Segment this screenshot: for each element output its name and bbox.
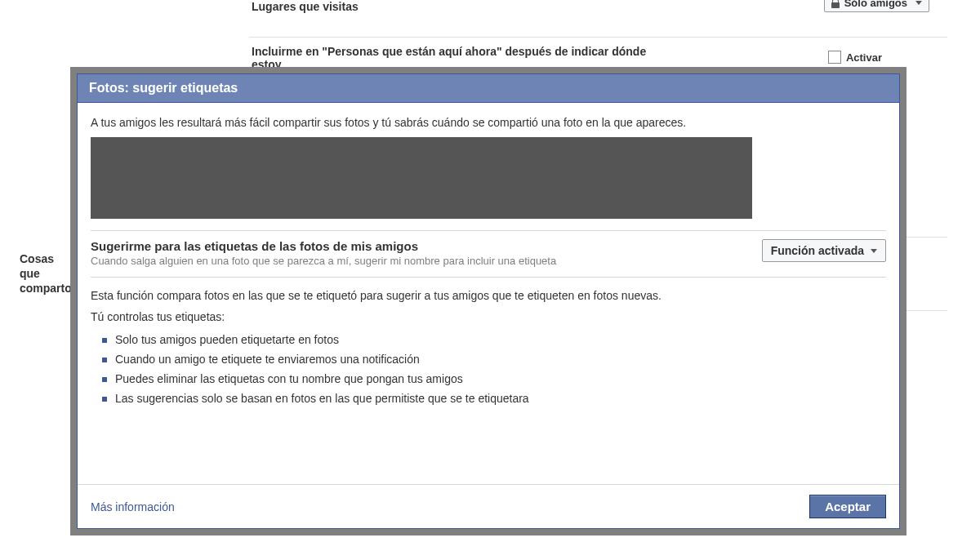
chevron-down-icon xyxy=(915,1,922,5)
bg-row-places-label: Lugares que visitas xyxy=(252,0,359,13)
sample-photo xyxy=(458,137,532,219)
list-item: Cuando un amigo te etiquete te enviaremo… xyxy=(99,349,886,369)
more-info-link[interactable]: Más información xyxy=(91,500,175,513)
list-item: Puedes eliminar las etiquetas con tu nom… xyxy=(99,369,886,389)
suggest-me-dropdown[interactable]: Función activada xyxy=(762,239,886,262)
lock-icon xyxy=(831,0,840,8)
accept-button[interactable]: Aceptar xyxy=(809,495,886,518)
dropdown-value: Función activada xyxy=(771,244,864,257)
setting-title: Sugerirme para las etiquetas de las foto… xyxy=(91,239,752,253)
herenow-checkbox-row[interactable]: Activar xyxy=(828,51,882,64)
sample-photo xyxy=(91,137,164,219)
places-audience-selector[interactable]: Sólo amigos xyxy=(824,0,929,12)
dialog-body: A tus amigos les resultará más fácil com… xyxy=(78,103,899,408)
modal-overlay: Fotos: sugerir etiquetas A tus amigos le… xyxy=(70,67,906,535)
sample-photo xyxy=(385,137,458,219)
sample-photo xyxy=(311,137,385,219)
herenow-checkbox-label: Activar xyxy=(846,51,882,64)
section-heading-things-i-share: Cosas que comparto xyxy=(20,251,69,296)
list-item: Las sugerencias solo se basan en fotos e… xyxy=(99,389,886,408)
control-bullet-list: Solo tus amigos pueden etiquetarte en fo… xyxy=(99,330,886,408)
sample-photo xyxy=(532,137,605,219)
checkbox-icon xyxy=(828,51,841,64)
control-heading: Tú controlas tus etiquetas: xyxy=(91,310,886,323)
chevron-down-icon xyxy=(871,249,877,253)
sample-photo xyxy=(605,137,679,219)
sample-photo-strip xyxy=(91,137,752,219)
dialog-intro-text: A tus amigos les resultará más fácil com… xyxy=(91,116,886,129)
sample-photo xyxy=(164,137,238,219)
list-item: Solo tus amigos pueden etiquetarte en fo… xyxy=(99,330,886,349)
places-audience-value: Sólo amigos xyxy=(844,0,907,9)
dialog-title: Fotos: sugerir etiquetas xyxy=(78,74,899,103)
dialog-footer: Más información Aceptar xyxy=(78,484,899,528)
sample-photo xyxy=(679,137,752,219)
explanation-text: Esta función compara fotos en las que se… xyxy=(91,289,886,302)
sample-photo xyxy=(238,137,311,219)
setting-subtitle: Cuando salga alguien en una foto que se … xyxy=(91,255,752,267)
photo-tag-suggest-dialog: Fotos: sugerir etiquetas A tus amigos le… xyxy=(77,73,900,529)
suggest-me-setting-row: Sugerirme para las etiquetas de las foto… xyxy=(91,230,886,278)
